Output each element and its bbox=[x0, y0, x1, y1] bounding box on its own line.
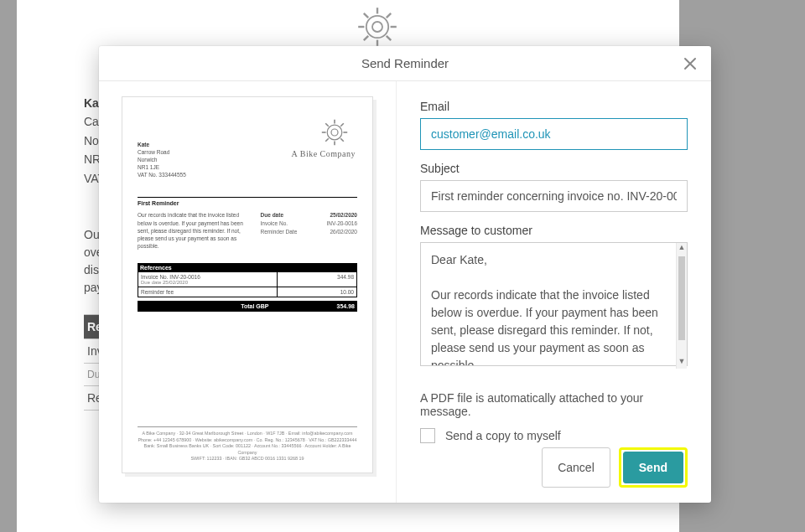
svg-line-9 bbox=[387, 13, 391, 18]
chevron-up-icon[interactable]: ▲ bbox=[677, 243, 687, 255]
invoice-preview-pane: A Bike Company Kate Carrow Road Norwich … bbox=[99, 81, 397, 503]
svg-line-6 bbox=[364, 13, 368, 18]
scroll-thumb[interactable] bbox=[678, 256, 685, 340]
invoice-preview: A Bike Company Kate Carrow Road Norwich … bbox=[122, 96, 373, 473]
pdf-attachment-note: A PDF file is automatically attached to … bbox=[420, 391, 688, 418]
preview-body-text: Our records indicate that the invoice li… bbox=[138, 211, 261, 249]
svg-point-1 bbox=[366, 16, 388, 38]
reminder-form: Email Subject Message to customer ▲ ▼ A … bbox=[397, 81, 711, 503]
message-textarea[interactable] bbox=[420, 242, 688, 366]
scrollbar[interactable]: ▲ ▼ bbox=[676, 243, 687, 369]
email-label: Email bbox=[420, 100, 688, 113]
cancel-button[interactable]: Cancel bbox=[542, 447, 610, 488]
subject-input[interactable] bbox=[420, 180, 688, 212]
preview-company-name: A Bike Company bbox=[292, 149, 356, 158]
svg-point-0 bbox=[372, 22, 382, 32]
send-copy-label: Send a copy to myself bbox=[445, 429, 561, 442]
checkbox-icon[interactable] bbox=[420, 428, 435, 443]
svg-line-16 bbox=[325, 123, 329, 127]
preview-footer: A Bike Company · 32-34 Great Marlborough… bbox=[138, 426, 357, 462]
preview-reference-row: Reminder fee 10.00 bbox=[138, 287, 357, 297]
svg-point-10 bbox=[331, 129, 338, 136]
gear-icon bbox=[318, 116, 351, 150]
svg-line-17 bbox=[340, 138, 344, 142]
close-icon[interactable] bbox=[679, 53, 701, 75]
preview-reference-row: Invoice No. INV-20-0016 Due date 25/02/2… bbox=[138, 272, 357, 287]
modal-header: Send Reminder bbox=[99, 46, 711, 81]
preview-meta: Due date25/02/2020 Invoice No.INV-20-001… bbox=[261, 211, 357, 249]
svg-line-8 bbox=[364, 36, 368, 40]
gear-icon bbox=[352, 2, 402, 37]
modal-title: Send Reminder bbox=[361, 56, 449, 70]
chevron-down-icon[interactable]: ▼ bbox=[677, 357, 687, 369]
svg-point-11 bbox=[327, 125, 342, 140]
send-button-highlight: Send bbox=[619, 447, 688, 488]
subject-label: Subject bbox=[420, 162, 688, 175]
preview-section-title: First Reminder bbox=[138, 197, 357, 206]
send-reminder-modal: Send Reminder A Bike Company Kate Carrow… bbox=[99, 46, 711, 503]
send-copy-checkbox-row[interactable]: Send a copy to myself bbox=[420, 428, 688, 443]
preview-references-header: References bbox=[138, 263, 357, 272]
message-label: Message to customer bbox=[420, 224, 688, 237]
preview-total-row: Total GBP 354.98 bbox=[138, 301, 357, 312]
svg-line-7 bbox=[387, 36, 391, 40]
svg-line-19 bbox=[340, 123, 344, 127]
email-input[interactable] bbox=[420, 118, 688, 150]
send-button[interactable]: Send bbox=[623, 452, 683, 483]
svg-line-18 bbox=[325, 138, 329, 142]
